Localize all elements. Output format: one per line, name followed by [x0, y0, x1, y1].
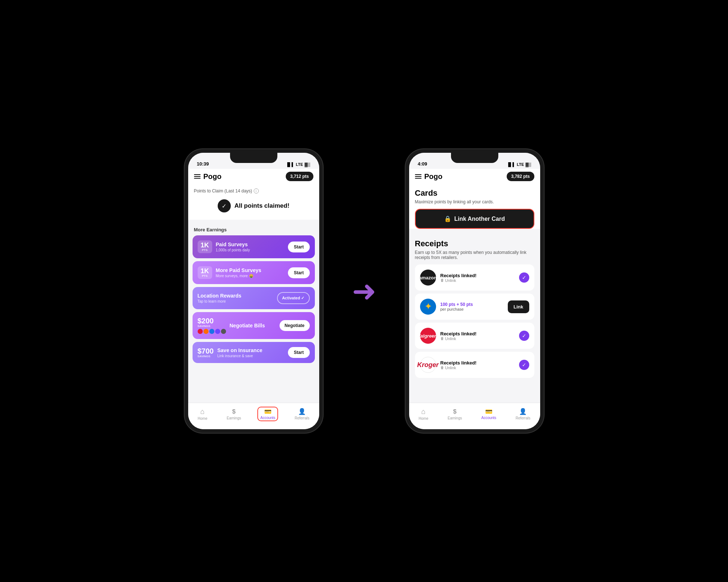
- receipt-item-kroger: Kroger Receipts linked! 🗑 Unlink ✓: [415, 352, 534, 378]
- home-label-1: Home: [198, 416, 207, 420]
- nav-home-2[interactable]: ⌂ Home: [416, 406, 431, 422]
- nav-accounts-1[interactable]: 💳 Accounts: [257, 407, 278, 421]
- earning-left-negotiate: $200 SAVINGS Negotiate Bills: [198, 317, 280, 334]
- pts-big-surveys: 1K: [200, 242, 210, 248]
- more-earnings-label: More Earnings: [188, 223, 319, 235]
- earning-title-more: More Paid Surveys: [216, 267, 261, 273]
- brand-icons-negotiate: [198, 329, 226, 334]
- kroger-action[interactable]: 🗑 Unlink: [440, 366, 515, 370]
- nav-accounts-2[interactable]: 💳 Accounts: [478, 407, 499, 421]
- earning-sub-insurance: Link insurance & save: [217, 354, 262, 358]
- earning-title-negotiate: Negotiate Bills: [230, 323, 265, 328]
- hamburger-icon-1[interactable]: [194, 174, 201, 179]
- earnings-icon-1: $: [232, 408, 236, 415]
- start-btn-more-surveys[interactable]: Start: [288, 267, 309, 278]
- status-time-2: 4:09: [418, 161, 427, 167]
- app-logo-1: Pogo: [203, 172, 222, 181]
- points-section: Points to Claim (Last 14 days) i ✓ All p…: [188, 184, 319, 220]
- earning-sub-surveys: 1,000s of points daily: [216, 248, 250, 252]
- app-header-2: Pogo 3,782 pts: [409, 169, 540, 184]
- header-left-1: Pogo: [194, 172, 222, 181]
- referrals-label-1: Referrals: [294, 416, 309, 420]
- walgreens-status: Receipts linked!: [440, 331, 515, 336]
- earning-card-location: Location Rewards Tap to learn more Activ…: [193, 287, 315, 309]
- referrals-label-2: Referrals: [515, 416, 530, 420]
- receipts-subtitle: Earn up to 5X as many points when you au…: [415, 250, 534, 260]
- accounts-icon-1: 💳: [264, 408, 272, 415]
- walmart-info: 100 pts + 50 pts per purchase: [440, 302, 503, 311]
- earning-left-more: 1K PTS More Paid Surveys More surveys, m…: [198, 266, 288, 279]
- receipt-item-walgreens: Walgreens Receipts linked! 🗑 Unlink ✓: [415, 323, 534, 349]
- brand-icon-3: [209, 329, 214, 334]
- link-another-card-button[interactable]: 🔒 Link Another Card: [415, 209, 534, 229]
- earning-title-location: Location Rewards: [198, 293, 242, 299]
- walgreens-action[interactable]: 🗑 Unlink: [440, 336, 515, 341]
- savings-badge-insurance: $700 SAVINGS: [198, 347, 214, 358]
- receipt-item-amazon: amazon Receipts linked! 🗑 Unlink ✓: [415, 264, 534, 291]
- check-circle-icon: ✓: [218, 199, 231, 212]
- receipt-item-walmart: ✦ 100 pts + 50 pts per purchase Link: [415, 294, 534, 320]
- earning-sub-location: Tap to learn more: [198, 299, 242, 303]
- walmart-per-purchase: per purchase: [440, 307, 503, 311]
- nav-earnings-2[interactable]: $ Earnings: [445, 407, 465, 422]
- negotiate-btn[interactable]: Negotiate: [280, 320, 310, 331]
- earnings-label-2: Earnings: [448, 416, 462, 420]
- hamburger-icon-2[interactable]: [415, 174, 422, 179]
- walgreens-logo: Walgreens: [420, 328, 436, 344]
- status-time-1: 10:39: [197, 161, 209, 167]
- kroger-unlink-label: Unlink: [445, 366, 456, 370]
- start-btn-insurance[interactable]: Start: [288, 347, 309, 358]
- points-badge-1: 3,712 pts: [286, 172, 313, 181]
- screen-content-2[interactable]: Cards Maximize points by linking all you…: [409, 184, 540, 403]
- start-btn-surveys[interactable]: Start: [288, 242, 309, 252]
- kroger-logo: Kroger: [420, 357, 436, 373]
- walgreens-unlink-label: Unlink: [445, 336, 456, 341]
- nav-earnings-1[interactable]: $ Earnings: [224, 407, 244, 422]
- accounts-icon-2: 💳: [485, 408, 492, 415]
- earning-card-negotiate: $200 SAVINGS Negotiate Bills: [193, 312, 315, 339]
- earnings-label-1: Earnings: [227, 416, 241, 420]
- status-icons-1: ▐▌▌ LTE ▓▒: [286, 162, 310, 167]
- home-icon-1: ⌂: [200, 407, 205, 416]
- earning-info-location: Location Rewards Tap to learn more: [198, 293, 242, 303]
- earning-left-insurance: $700 SAVINGS Save on Insurance Link insu…: [198, 347, 288, 358]
- walmart-star-icon: ✦: [425, 302, 431, 311]
- activated-btn-location[interactable]: Activated ✓: [277, 292, 310, 304]
- savings-big-negotiate: $200: [198, 317, 226, 324]
- all-claimed-row: ✓ All points claimed!: [194, 194, 313, 215]
- earning-info-surveys: Paid Surveys 1,000s of points daily: [216, 242, 250, 252]
- amazon-info: Receipts linked! 🗑 Unlink: [440, 273, 515, 283]
- pts-big-more: 1K: [200, 268, 210, 274]
- points-badge-2: 3,782 pts: [507, 172, 534, 181]
- earning-left-surveys: 1K PTS Paid Surveys 1,000s of points dai…: [198, 240, 288, 253]
- receipts-title: Receipts: [415, 239, 534, 248]
- nav-referrals-1[interactable]: 👤 Referrals: [292, 406, 312, 422]
- earning-card-more-surveys: 1K PTS More Paid Surveys More surveys, m…: [193, 261, 315, 284]
- walmart-logo: ✦: [420, 299, 436, 315]
- lte-label-1: LTE: [296, 162, 303, 167]
- amazon-check-badge: ✓: [519, 272, 529, 283]
- kroger-check-badge: ✓: [519, 360, 529, 370]
- earning-info-negotiate: Negotiate Bills: [230, 323, 265, 328]
- earning-info-insurance: Save on Insurance Link insurance & save: [217, 347, 262, 358]
- info-icon[interactable]: i: [254, 188, 259, 194]
- nav-referrals-2[interactable]: 👤 Referrals: [513, 406, 533, 422]
- walgreens-letter: Walgreens: [416, 333, 440, 339]
- earning-info-more: More Paid Surveys More surveys, more 🤑: [216, 267, 261, 278]
- signal-icon-1: ▐▌▌: [286, 162, 294, 167]
- trash-icon-walgreens: 🗑: [440, 336, 444, 340]
- cards-section: Cards Maximize points by linking all you…: [409, 184, 540, 229]
- lte-label-2: LTE: [517, 162, 524, 167]
- amazon-action[interactable]: 🗑 Unlink: [440, 278, 515, 283]
- brand-icon-1: [198, 329, 203, 334]
- app-header-1: Pogo 3,712 pts: [188, 169, 319, 184]
- screen-content-1[interactable]: Points to Claim (Last 14 days) i ✓ All p…: [188, 184, 319, 403]
- brand-icon-4: [215, 329, 220, 334]
- battery-icon-2: ▓▒: [526, 162, 531, 167]
- brand-icon-2: [203, 329, 209, 334]
- scene: 10:39 ▐▌▌ LTE ▓▒ Pogo 3,712 pts: [0, 0, 728, 582]
- earning-title-insurance: Save on Insurance: [217, 347, 262, 353]
- cards-title: Cards: [415, 188, 534, 198]
- walmart-link-button[interactable]: Link: [508, 300, 529, 313]
- nav-home-1[interactable]: ⌂ Home: [195, 406, 210, 422]
